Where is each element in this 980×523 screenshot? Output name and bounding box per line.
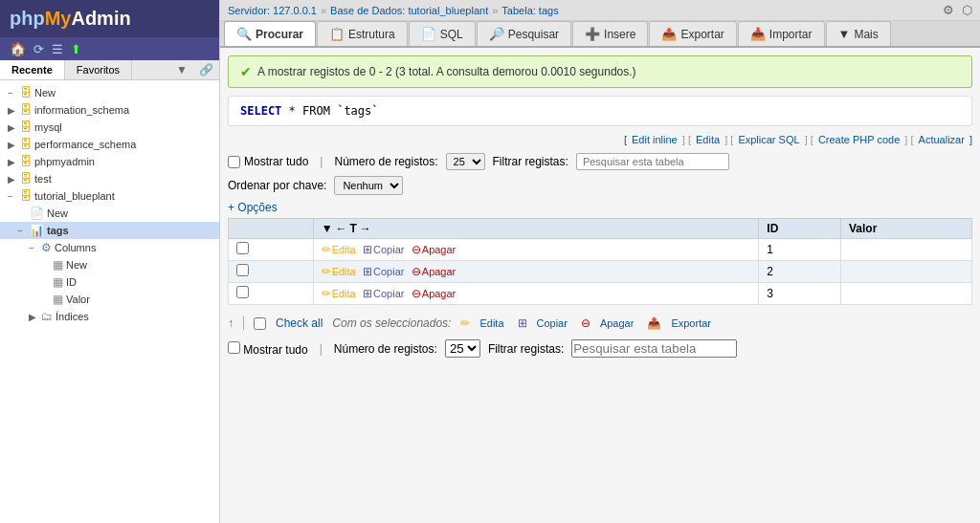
th-id[interactable]: ID [759,219,841,239]
tree-item-information-schema[interactable]: ▶ 🗄 information_schema [0,101,219,119]
bottom-exportar-link[interactable]: Exportar [671,317,711,329]
edita-row-link[interactable]: Edita [332,244,356,255]
tree-item-performance-schema[interactable]: ▶ 🗄 performance_schema [0,136,219,153]
tab-estrutura[interactable]: 📋 Estrutura [317,21,408,46]
col-icon: ▦ [53,293,63,306]
bottom-edita-link[interactable]: Edita [479,317,503,329]
apagar-row-link[interactable]: Apagar [422,244,456,255]
tree-item-col-valor[interactable]: ▦ Valor [0,291,219,308]
copy-icon: ⊞ [363,265,372,278]
bracket-close: ] [969,134,972,145]
reload-icon[interactable]: ⟳ [33,42,44,56]
apagar-row-link[interactable]: Apagar [422,288,456,299]
bottom-mostrar-tudo-text: Mostrar tudo [243,343,307,357]
col-type-icon[interactable]: T [350,222,357,235]
bottom-num-registo-select[interactable]: 25 [445,339,480,358]
copiar-row-link[interactable]: Copiar [373,266,404,277]
check-all-checkbox[interactable] [254,317,266,330]
tab-sql[interactable]: 📄 SQL [409,21,476,46]
check-all-link[interactable]: Check all [276,316,323,330]
edita-link[interactable]: Edita [696,134,720,145]
bottom-filtrar-label: Filtrar registas: [488,342,564,356]
breadcrumb: Servidor: 127.0.0.1 » Base de Dados: tut… [220,0,980,21]
db-icon: 🗄 [20,138,32,151]
tab-mais[interactable]: ▼ Mais [826,21,891,46]
bottom-mostrar-tudo-checkbox[interactable] [228,341,240,354]
table-row: ✏Edita ⊞Copiar ⊖Apagar 2 [229,261,972,283]
link-icon[interactable]: 🔗 [193,60,219,79]
expand-icon: ▶ [8,174,17,185]
expand-icon: − [8,88,17,98]
collapse-sidebar-icon[interactable]: ▼ [170,60,193,79]
tree-item-tags[interactable]: − 📊 tags [0,222,219,239]
tree-item-test[interactable]: ▶ 🗄 test [0,170,219,187]
arrow-right-icon[interactable]: → [360,222,371,235]
external-link-icon[interactable]: ⬡ [962,3,972,17]
sort-select[interactable]: Nenhum [334,176,403,195]
tree-item-phpmyadmin[interactable]: ▶ 🗄 phpmyadmin [0,153,219,170]
home-icon[interactable]: 🏠 [10,41,26,56]
success-icon: ✔ [240,64,252,79]
tab-pesquisar[interactable]: 🔎 Pesquisar [477,21,571,46]
tree-item-col-id[interactable]: ▦ ID [0,273,219,291]
bottom-copiar-link[interactable]: Copiar [537,317,568,329]
explicar-link[interactable]: Explicar SQL [738,134,799,145]
tree-item-columns[interactable]: − ⚙ Columns [0,239,219,256]
tab-estrutura-label: Estrutura [348,28,395,41]
row-checkbox-cell [229,261,314,283]
edit-inline-link[interactable]: Edit inline [632,134,678,145]
sep4: ] [ [904,134,916,145]
tree-label: mysql [34,121,62,133]
update-icon[interactable]: ⬆ [71,42,81,56]
table-link[interactable]: Tabela: tags [501,5,558,16]
apagar-row-link[interactable]: Apagar [422,266,456,277]
th-valor[interactable]: Valor [841,219,972,239]
tab-mais-label: Mais [854,28,878,41]
db-link[interactable]: Base de Dados: tutorial_blueplant [330,5,488,16]
sort-label: Ordenar por chave: [228,179,326,192]
row-checkbox[interactable] [236,286,249,298]
tab-favoritos[interactable]: Favoritos [65,60,132,79]
bottom-apagar-link[interactable]: Apagar [600,317,634,329]
expand-icon: ▶ [8,122,17,133]
sort-down-icon[interactable]: ▼ [322,222,333,235]
settings-icon[interactable]: ☰ [52,42,63,56]
server-link[interactable]: Servidor: 127.0.0.1 [228,5,317,16]
tree-item-indices[interactable]: ▶ 🗂 Índices [0,308,219,325]
copiar-row-link[interactable]: Copiar [373,288,404,299]
edita-row-link[interactable]: Edita [332,288,356,299]
tree-item-new-root[interactable]: − 🗄 New [0,84,219,101]
create-php-link[interactable]: Create PHP code [818,134,900,145]
tab-procurar[interactable]: 🔍 Procurar [224,21,316,46]
row-checkbox[interactable] [236,242,249,254]
mostrar-tudo-checkbox[interactable] [228,156,240,168]
tab-exportar[interactable]: 📤 Exportar [649,21,736,46]
tree-item-col-new[interactable]: ▦ New [0,256,219,273]
row-checkbox[interactable] [236,264,249,276]
filtrar-input[interactable] [576,153,729,170]
num-registo-select[interactable]: 25 [446,153,485,170]
arrow-left-icon[interactable]: ← [336,222,347,235]
sort-row: Ordenar por chave: Nenhum [228,176,972,195]
tab-insere[interactable]: ➕ Insere [572,21,648,46]
tab-importar[interactable]: 📥 Importar [738,21,825,46]
tree-item-new-table[interactable]: 📄 New [0,205,219,222]
tree-item-mysql[interactable]: ▶ 🗄 mysql [0,119,219,136]
tree-label: ID [66,276,77,288]
export-icon-bottom: 📤 [647,316,661,330]
edita-row-link[interactable]: Edita [332,266,356,277]
db-icon: 🗄 [20,172,32,185]
tree-label: New [66,259,87,271]
tree-label: information_schema [34,104,129,116]
db-icon: 🗄 [20,86,32,99]
tab-recente[interactable]: Recente [0,60,65,79]
settings-gear-icon[interactable]: ⚙ [943,3,954,17]
breadcrumb-sep2: » [492,5,498,16]
actualizar-link[interactable]: Actualizar [919,134,965,145]
expand-icon: ▶ [8,157,17,167]
bottom-filtrar-input[interactable] [571,339,737,358]
options-link[interactable]: + Opções [228,201,972,214]
tree-item-tutorial-blueplant[interactable]: − 🗄 tutorial_blueplant [0,187,219,205]
copiar-row-link[interactable]: Copiar [373,244,404,255]
delete-icon: ⊖ [412,265,421,278]
